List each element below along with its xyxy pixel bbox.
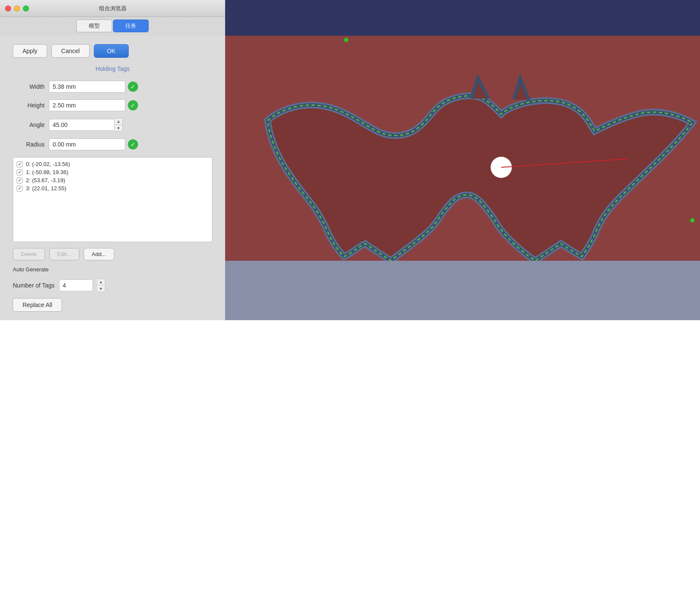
add-button[interactable]: Add... [84, 248, 114, 260]
number-of-tags-label: Number of Tags [13, 282, 55, 289]
edit-button[interactable]: Edit... [49, 248, 79, 260]
tag-item-0: ✓ 0: (-20.02, -13.56) [17, 161, 209, 167]
tab-bar: 模型 任务 [0, 17, 225, 36]
close-button[interactable] [5, 6, 11, 11]
angle-input-wrap: ▲ ▼ [49, 118, 123, 132]
num-tags-spin-down[interactable]: ▼ [97, 285, 105, 292]
tag-label-3: 3: (22.01, 12.55) [26, 185, 66, 192]
tag-action-buttons: Delete Edit... Add... [13, 248, 212, 260]
radius-input-wrap: ✓ [49, 138, 212, 150]
height-row: Height ✓ [13, 99, 212, 111]
tag-item-1: ✓ 1: (-50.88, 19.36) [17, 169, 209, 175]
tag-checkbox-1[interactable]: ✓ [17, 169, 23, 175]
tag-label-1: 1: (-50.88, 19.36) [26, 169, 68, 175]
angle-spin-down[interactable]: ▼ [115, 125, 122, 131]
svg-point-2 [690, 218, 694, 223]
number-of-tags-row: Number of Tags ▲ ▼ [13, 279, 212, 292]
ok-button[interactable]: OK [94, 44, 129, 58]
title-bar: 组合浏览器 [0, 0, 225, 17]
angle-row: Angle ▲ ▼ [13, 118, 212, 132]
width-label: Width [13, 83, 45, 90]
width-check-icon: ✓ [128, 82, 138, 92]
radius-check-icon: ✓ [128, 139, 138, 149]
angle-input[interactable] [49, 119, 115, 131]
angle-spinners: ▲ ▼ [115, 118, 123, 132]
tab-model[interactable]: 模型 [76, 20, 112, 32]
width-input[interactable] [49, 81, 125, 93]
height-check-icon: ✓ [128, 100, 138, 110]
angle-label: Angle [13, 121, 45, 128]
width-row: Width ✓ [13, 81, 212, 93]
canvas-mid [225, 36, 700, 261]
maximize-button[interactable] [23, 6, 29, 11]
svg-point-1 [344, 38, 348, 42]
height-input-wrap: ✓ [49, 99, 212, 111]
tag-label-0: 0: (-20.02, -13.56) [26, 161, 70, 167]
left-panel: Apply Cancel OK Holding Tags Width ✓ Hei… [0, 36, 225, 320]
action-buttons-row: Apply Cancel OK [13, 44, 212, 58]
tab-task[interactable]: 任务 [113, 20, 149, 32]
auto-generate-label: Auto Generate [13, 266, 212, 273]
tag-checkbox-2[interactable]: ✓ [17, 178, 23, 183]
canvas-top [225, 0, 700, 36]
traffic-lights [5, 6, 29, 11]
apply-button[interactable]: Apply [13, 44, 47, 58]
main-container: Apply Cancel OK Holding Tags Width ✓ Hei… [0, 36, 700, 320]
radius-row: Radius ✓ [13, 138, 212, 150]
width-input-wrap: ✓ [49, 81, 212, 93]
replace-all-button[interactable]: Replace All [13, 298, 62, 312]
num-tags-spin-up[interactable]: ▲ [97, 279, 105, 285]
num-tags-spinners: ▲ ▼ [97, 279, 105, 292]
canvas-panel [225, 36, 700, 320]
tag-checkbox-3[interactable]: ✓ [17, 186, 23, 192]
tag-list: ✓ 0: (-20.02, -13.56) ✓ 1: (-50.88, 19.3… [13, 157, 212, 242]
cancel-button[interactable]: Cancel [51, 44, 90, 58]
height-input[interactable] [49, 99, 125, 111]
tag-item-3: ✓ 3: (22.01, 12.55) [17, 185, 209, 192]
tag-checkbox-0[interactable]: ✓ [17, 161, 23, 167]
number-of-tags-input[interactable] [59, 279, 93, 291]
window-title: 组合浏览器 [99, 5, 127, 12]
radius-label: Radius [13, 141, 45, 148]
radius-input[interactable] [49, 138, 125, 150]
tag-label-2: 2: (53.67, -3.19) [26, 177, 65, 183]
section-title: Holding Tags [13, 65, 212, 72]
bat-svg [225, 36, 700, 261]
delete-button[interactable]: Delete [13, 248, 45, 260]
canvas-bot [225, 261, 700, 320]
height-label: Height [13, 102, 45, 109]
minimize-button[interactable] [14, 6, 20, 11]
angle-spin-up[interactable]: ▲ [115, 118, 122, 125]
tag-item-2: ✓ 2: (53.67, -3.19) [17, 177, 209, 183]
